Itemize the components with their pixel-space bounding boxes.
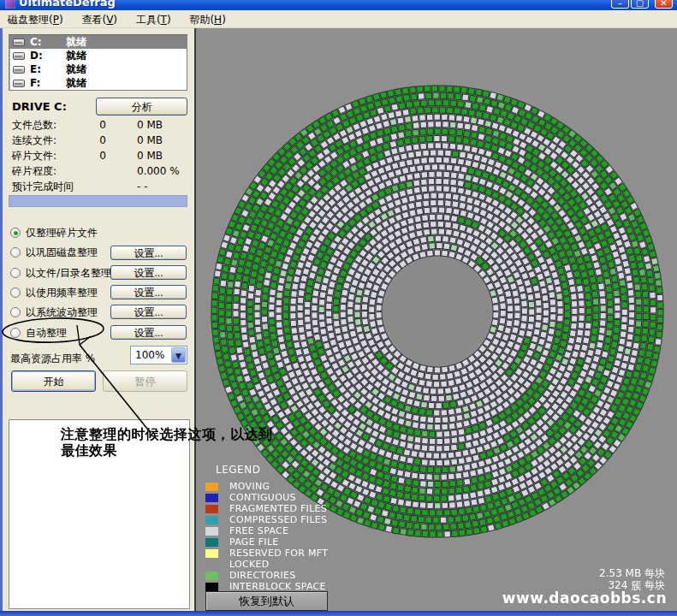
resource-usage-label: 最高资源占用率 % — [10, 352, 95, 366]
radio-icon[interactable] — [10, 287, 21, 298]
option-by-usage[interactable]: 以使用频率整理 — [10, 284, 98, 301]
legend-label: DIRECTORIES — [229, 570, 296, 581]
legend-item-contiguous: CONTIGUOUS — [205, 492, 328, 503]
menu-view[interactable]: 查看(V) — [74, 10, 125, 29]
menu-help[interactable]: 帮助(H) — [181, 10, 233, 29]
menu-tools[interactable]: 工具(T) — [128, 10, 179, 29]
drive-row-d[interactable]: D: 就绪 — [9, 49, 187, 62]
radio-label: 以巩固磁盘整理 — [26, 246, 98, 260]
drive-row-e[interactable]: E: 就绪 — [9, 62, 187, 76]
legend-item-free-space: FREE SPACE — [205, 525, 328, 536]
progress-bar — [9, 195, 187, 207]
drive-row-f[interactable]: F: 就绪 — [9, 76, 187, 90]
menu-view-text: 查看( — [81, 14, 106, 26]
compressed-swatch — [205, 516, 218, 524]
menu-defrag-mnemonic: P — [53, 14, 59, 26]
drive-list[interactable]: C: 就绪 D: 就绪 E: 就绪 F: 就绪 — [9, 34, 187, 91]
menu-view-close: ) — [113, 14, 117, 26]
stat-label: 文件总数: — [12, 118, 87, 133]
legend-item-moving: MOVING — [205, 481, 328, 492]
watermark-text: www.daocaobbs.cn — [502, 589, 667, 607]
analyze-button[interactable]: 分析 — [96, 98, 187, 116]
settings-button-volatility[interactable]: 设置... — [110, 305, 187, 319]
drive-row-c[interactable]: C: 就绪 — [9, 35, 187, 49]
drive-status: 就绪 — [66, 76, 86, 91]
drive-icon — [13, 66, 25, 74]
mft-swatch — [205, 549, 218, 558]
stat-row-total-files: 文件总数: 0 0 MB — [12, 117, 188, 133]
option-by-filename[interactable]: 以文件/目录名整理 — [10, 264, 111, 281]
chevron-down-icon[interactable]: ▼ — [171, 347, 186, 363]
option-consolidate[interactable]: 以巩固磁盘整理 — [10, 244, 98, 261]
minimize-button[interactable]: – — [611, 0, 629, 9]
menu-help-text: 帮助( — [189, 14, 214, 26]
option-auto-defrag[interactable]: 自动整理 — [10, 324, 67, 341]
radio-label: 以文件/目录名整理 — [26, 266, 111, 281]
settings-button-consolidate[interactable]: 设置... — [110, 246, 187, 260]
stat-count: 0 — [87, 134, 118, 146]
radio-icon[interactable] — [10, 307, 21, 317]
free-space-swatch — [205, 527, 218, 536]
option-by-volatility[interactable]: 以系统波动整理 — [10, 304, 98, 321]
locked-swatch — [205, 560, 218, 569]
option-defrag-only[interactable]: 仅整理碎片文件 — [10, 224, 98, 241]
legend-item-page-file: PAGE FILE — [205, 536, 328, 548]
combobox-value: 100% — [131, 349, 170, 361]
stat-row-frag-level: 碎片程度: 0.000 % — [12, 163, 188, 179]
settings-button-auto[interactable]: 设置... — [110, 325, 187, 340]
stat-count: 0 — [87, 150, 118, 162]
menu-help-close: ) — [222, 14, 226, 26]
block-info: 2.53 MB 每块 324 簇 每块 — [599, 567, 665, 591]
menu-tools-mnemonic: T — [161, 14, 167, 26]
legend-label: RESERVED FOR MFT — [229, 548, 328, 559]
legend-title: LEGEND — [216, 464, 328, 476]
disk-map-panel: LEGEND MOVING CONTIGUOUS FRAGMENTED FILE… — [196, 28, 677, 611]
stat-label: 连续文件: — [12, 133, 87, 148]
directories-swatch — [205, 572, 218, 580]
legend-label: PAGE FILE — [229, 536, 279, 548]
settings-button-usage[interactable]: 设置... — [110, 285, 187, 299]
drive-name: E: — [30, 63, 66, 75]
stat-label: 预计完成时间 — [12, 180, 87, 194]
stat-label: 碎片程度: — [12, 164, 87, 179]
drive-status: 就绪 — [66, 35, 86, 50]
restore-defaults-button[interactable]: 恢复到默认 — [205, 591, 328, 611]
drive-icon — [13, 52, 25, 60]
drive-status: 就绪 — [66, 62, 86, 77]
window-border-bottom — [0, 611, 677, 616]
menu-bar: 磁盘整理(P) 查看(V) 工具(T) 帮助(H) — [0, 10, 677, 28]
close-button[interactable]: ✕ — [655, 0, 673, 9]
page-file-swatch — [205, 538, 218, 547]
radio-label: 以系统波动整理 — [26, 305, 98, 320]
annotation-line1: 注意整理的时候选择这项，以达到 — [61, 426, 318, 442]
start-button[interactable]: 开始 — [11, 370, 96, 392]
menu-help-mnemonic: H — [214, 14, 222, 26]
radio-icon[interactable] — [10, 228, 21, 238]
drive-name: C: — [30, 36, 66, 48]
app-window: UltimateDefrag – ▢ ✕ 磁盘整理(P) 查看(V) 工具(T)… — [0, 0, 677, 616]
radio-icon[interactable] — [10, 268, 21, 278]
radio-label: 以使用频率整理 — [26, 286, 98, 300]
radio-icon[interactable] — [10, 328, 21, 338]
stat-count: 0 — [87, 119, 118, 131]
stat-size: - - — [137, 181, 147, 192]
legend-label: CONTIGUOUS — [229, 492, 296, 503]
menu-defrag[interactable]: 磁盘整理(P) — [0, 10, 71, 29]
legend-item-directories: DIRECTORIES — [205, 570, 328, 581]
maximize-button[interactable]: ▢ — [631, 0, 649, 9]
settings-button-filename[interactable]: 设置... — [110, 265, 187, 280]
annotation-text: 注意整理的时候选择这项，以达到 最佳效果 — [61, 426, 318, 459]
drive-name: D: — [30, 50, 66, 62]
drive-icon — [13, 38, 25, 46]
stats-table: 文件总数: 0 0 MB 连续文件: 0 0 MB 碎片文件: 0 0 MB 碎… — [12, 117, 188, 194]
menu-tools-text: 工具( — [136, 14, 161, 26]
interblock-swatch — [205, 583, 218, 591]
window-title: UltimateDefrag — [19, 0, 116, 9]
drive-icon — [13, 80, 25, 87]
legend-item-compressed: COMPRESSED FILES — [205, 514, 328, 525]
stat-label: 碎片文件: — [12, 149, 87, 163]
radio-icon[interactable] — [10, 247, 21, 258]
moving-swatch — [205, 483, 218, 491]
fragmented-swatch — [205, 505, 218, 513]
resource-usage-combobox[interactable]: 100% ▼ — [130, 346, 187, 364]
